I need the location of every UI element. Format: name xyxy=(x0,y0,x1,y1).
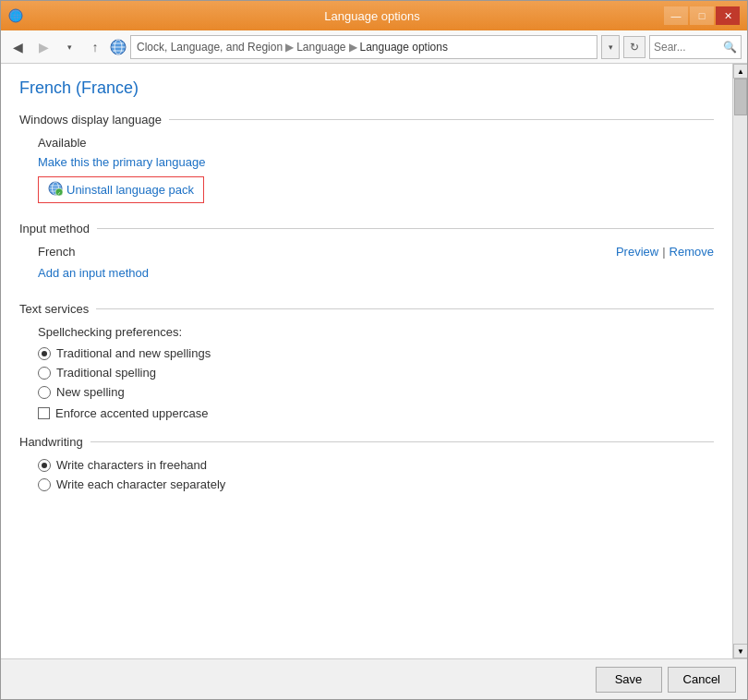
section-header-text-services: Text services xyxy=(19,302,714,316)
enforce-accented-text: Enforce accented uppercase xyxy=(55,406,209,420)
windows-display-label: Windows display language xyxy=(19,113,162,127)
search-icon: 🔍 xyxy=(723,41,737,54)
remove-link[interactable]: Remove xyxy=(670,245,714,259)
window-controls: — □ ✕ xyxy=(664,6,740,25)
radio-traditional-label: Traditional spelling xyxy=(56,366,156,380)
radio-new-spelling-input[interactable] xyxy=(38,386,51,399)
window-title: Language options xyxy=(80,9,664,23)
input-method-row: French Preview | Remove xyxy=(38,245,714,259)
make-primary-link[interactable]: Make this the primary language xyxy=(38,155,205,169)
address-dropdown-button[interactable]: ▾ xyxy=(601,35,620,59)
text-services-content: Spellchecking preferences: Traditional a… xyxy=(19,325,714,420)
search-input[interactable] xyxy=(654,41,723,54)
address-bar: ◀ ▶ ▾ ↑ Clock, Language, and Region ▶ La… xyxy=(1,30,747,64)
up-button[interactable]: ↑ xyxy=(84,36,106,58)
main-window: 🌐 Language options — □ ✕ ◀ ▶ ▾ ↑ Clock, … xyxy=(0,0,748,700)
action-separator: | xyxy=(662,245,665,259)
address-path[interactable]: Clock, Language, and Region ▶ Language ▶… xyxy=(130,35,597,59)
section-divider-4 xyxy=(90,441,714,442)
radio-separate-label: Write each character separately xyxy=(56,477,225,491)
close-button[interactable]: ✕ xyxy=(716,6,740,25)
section-divider-2 xyxy=(97,228,714,229)
content-area: French (France) Windows display language… xyxy=(1,64,747,658)
available-text: Available xyxy=(38,136,714,150)
svg-text:🌐: 🌐 xyxy=(10,10,22,22)
page-title: French (France) xyxy=(19,78,714,98)
radio-new-spelling-label: New spelling xyxy=(56,385,125,399)
text-services-label: Text services xyxy=(19,302,89,316)
handwriting-radio-group: Write characters in freehand Write each … xyxy=(38,458,714,491)
forward-button[interactable]: ▶ xyxy=(32,36,54,58)
cancel-button[interactable]: Cancel xyxy=(668,667,736,693)
radio-traditional-input[interactable] xyxy=(38,367,51,380)
title-bar: 🌐 Language options — □ ✕ xyxy=(1,1,747,30)
input-method-actions: Preview | Remove xyxy=(616,245,714,259)
section-header-input-method: Input method xyxy=(19,222,714,235)
radio-traditional-new-input[interactable] xyxy=(38,347,51,360)
enforce-accented-label[interactable]: Enforce accented uppercase xyxy=(38,406,714,420)
refresh-button[interactable]: ↻ xyxy=(623,36,645,58)
input-method-label: Input method xyxy=(19,222,90,235)
handwriting-content: Write characters in freehand Write each … xyxy=(19,458,714,491)
input-method-section: Input method French Preview | Remove Add… xyxy=(19,222,714,287)
section-header-handwriting: Handwriting xyxy=(19,435,714,449)
radio-separate[interactable]: Write each character separately xyxy=(38,477,714,491)
breadcrumb-item-1: Clock, Language, and Region xyxy=(137,41,283,54)
radio-freehand[interactable]: Write characters in freehand xyxy=(38,458,714,472)
scrollbar[interactable]: ▲ ▼ xyxy=(732,64,747,658)
spellcheck-radio-group: Traditional and new spellings Traditiona… xyxy=(38,346,714,399)
add-input-method-link[interactable]: Add an input method xyxy=(38,266,149,280)
globe-icon: ✓ xyxy=(48,181,63,199)
windows-display-section: Windows display language Available Make … xyxy=(19,113,714,207)
radio-new-spelling[interactable]: New spelling xyxy=(38,385,714,399)
uninstall-label: Uninstall language pack xyxy=(66,183,194,197)
svg-text:✓: ✓ xyxy=(57,190,61,196)
handwriting-section: Handwriting Write characters in freehand… xyxy=(19,435,714,491)
input-method-name: French xyxy=(38,245,75,259)
radio-separate-input[interactable] xyxy=(38,478,51,491)
minimize-button[interactable]: — xyxy=(664,6,688,25)
section-divider-3 xyxy=(96,308,714,309)
app-icon: 🌐 xyxy=(8,8,23,23)
input-method-content: French Preview | Remove Add an input met… xyxy=(19,245,714,287)
uninstall-button[interactable]: ✓ Uninstall language pack xyxy=(38,176,204,203)
scroll-content: French (France) Windows display language… xyxy=(1,64,732,658)
radio-traditional-new-label: Traditional and new spellings xyxy=(56,346,211,360)
radio-traditional[interactable]: Traditional spelling xyxy=(38,366,714,380)
breadcrumb-sep-2: ▶ xyxy=(349,41,357,54)
radio-freehand-input[interactable] xyxy=(38,459,51,472)
text-services-section: Text services Spellchecking preferences:… xyxy=(19,302,714,420)
scroll-track[interactable] xyxy=(733,78,747,644)
radio-freehand-label: Write characters in freehand xyxy=(56,458,207,472)
handwriting-label: Handwriting xyxy=(19,435,83,449)
breadcrumb-sep-1: ▶ xyxy=(285,41,294,54)
maximize-button[interactable]: □ xyxy=(690,6,714,25)
back-button[interactable]: ◀ xyxy=(6,36,29,58)
preview-link[interactable]: Preview xyxy=(616,245,658,259)
scroll-up-arrow[interactable]: ▲ xyxy=(733,64,747,78)
save-button[interactable]: Save xyxy=(596,667,662,693)
down-arrow-button[interactable]: ▾ xyxy=(58,36,80,58)
radio-traditional-new[interactable]: Traditional and new spellings xyxy=(38,346,714,360)
footer: Save Cancel xyxy=(1,658,747,699)
breadcrumb-item-3: Language options xyxy=(360,41,448,54)
section-header-windows-display: Windows display language xyxy=(19,113,714,127)
scroll-down-arrow[interactable]: ▼ xyxy=(733,644,747,658)
spellcheck-label: Spellchecking preferences: xyxy=(38,325,714,339)
breadcrumb-item-2: Language xyxy=(296,41,345,54)
scroll-thumb[interactable] xyxy=(734,78,747,115)
windows-display-content: Available Make this the primary language xyxy=(19,136,714,207)
location-icon xyxy=(110,39,127,55)
section-divider xyxy=(169,119,714,120)
search-box[interactable]: 🔍 xyxy=(649,35,742,59)
enforce-accented-checkbox[interactable] xyxy=(38,407,50,419)
